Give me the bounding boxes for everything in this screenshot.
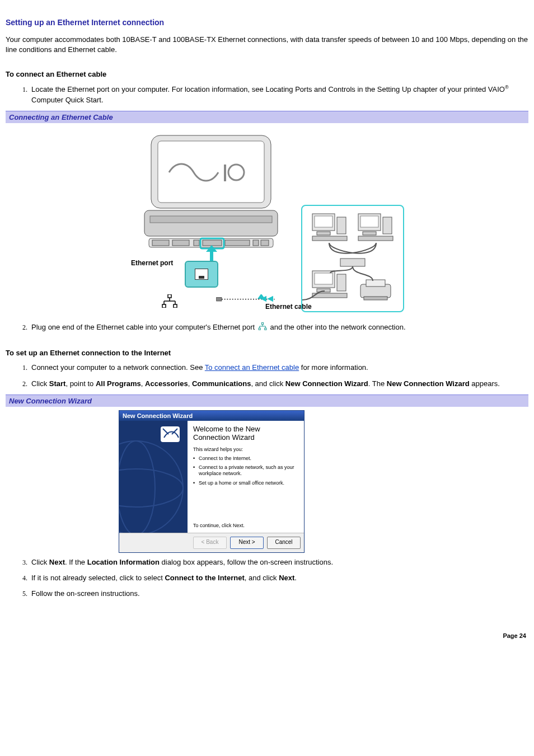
wizard-helps-text: This wizard helps you: xyxy=(193,447,298,452)
svg-rect-4 xyxy=(144,210,278,236)
step-text: . If the xyxy=(65,558,87,566)
svg-rect-25 xyxy=(315,216,332,227)
step-text: , xyxy=(141,379,145,388)
svg-rect-9 xyxy=(194,240,199,246)
wizard-titlebar: New Connection Wizard xyxy=(119,411,304,421)
svg-rect-13 xyxy=(261,240,269,246)
svg-rect-8 xyxy=(172,240,189,246)
svg-rect-26 xyxy=(317,232,330,235)
laptop-illustration xyxy=(135,132,287,261)
svg-rect-36 xyxy=(315,273,332,284)
step-plug-cable: Plug one end of the Ethernet cable into … xyxy=(29,322,528,334)
subhead-setup-connection: To set up an Ethernet connection to the … xyxy=(6,349,528,357)
svg-rect-27 xyxy=(337,217,346,234)
step-text: Computer Quick Start. xyxy=(31,96,104,104)
step-connect-network: Connect your computer to a network conne… xyxy=(29,363,528,373)
wizard-next-button: Next > xyxy=(230,537,264,549)
ui-connect-to-internet: Connect to the Internet xyxy=(165,574,244,582)
link-connect-ethernet-cable[interactable]: To connect an Ethernet cable xyxy=(205,363,299,372)
step-select-connect-internet: If it is not already selected, click to … xyxy=(29,573,528,583)
step-text: , and click xyxy=(245,574,279,582)
svg-rect-34 xyxy=(340,259,365,266)
figure-wrap: Ethernet port xyxy=(6,126,528,317)
figure-wrap: New Connection Wizard Welcome xyxy=(6,410,528,553)
svg-rect-48 xyxy=(259,328,260,330)
ui-start: Start xyxy=(49,379,66,388)
wizard-bullet: Connect to a private network, such as yo… xyxy=(193,464,298,477)
steps-connect-cable-cont: Plug one end of the Ethernet cable into … xyxy=(6,322,528,334)
svg-rect-28 xyxy=(312,236,347,241)
svg-rect-32 xyxy=(383,217,392,234)
step-text: If it is not already selected, click to … xyxy=(31,574,165,582)
page-number: Page 24 xyxy=(6,632,528,639)
steps-connect-cable: Locate the Ethernet port on your compute… xyxy=(6,84,528,105)
wizard-back-button: < Back xyxy=(193,537,227,549)
svg-rect-21 xyxy=(174,304,177,308)
step-text: . The xyxy=(368,379,387,388)
steps-setup-connection-cont: Click Next. If the Location Information … xyxy=(6,557,528,599)
label-ethernet-port: Ethernet port xyxy=(131,260,176,267)
step-text: , and click xyxy=(251,379,285,388)
step-open-wizard: Click Start, point to All Programs, Acce… xyxy=(29,379,528,389)
wizard-bullet: Set up a home or small office network. xyxy=(193,480,298,486)
svg-rect-43 xyxy=(261,322,263,324)
svg-rect-11 xyxy=(225,240,250,246)
ui-next: Next xyxy=(279,574,294,582)
wizard-cancel-button: Cancel xyxy=(267,537,301,549)
svg-rect-15 xyxy=(168,294,171,298)
svg-rect-31 xyxy=(363,232,376,235)
svg-rect-10 xyxy=(203,240,222,246)
wizard-window-illustration: New Connection Wizard Welcome xyxy=(119,410,305,553)
svg-rect-42 xyxy=(364,297,387,300)
step-text: appears. xyxy=(470,379,500,388)
network-icon xyxy=(258,322,267,334)
svg-rect-1 xyxy=(158,141,264,203)
network-panel-illustration xyxy=(301,205,404,312)
svg-rect-5 xyxy=(150,216,272,223)
step-text: Locate the Ethernet port on your compute… xyxy=(31,85,505,93)
svg-rect-41 xyxy=(366,280,385,287)
wizard-continue-text: To continue, click Next. xyxy=(193,523,245,528)
wizard-bullet: Connect to the Internet. xyxy=(193,456,298,462)
ethernet-port-zoom xyxy=(185,261,218,288)
step-text: Click xyxy=(31,558,49,566)
ui-location-information: Location Information xyxy=(87,558,160,566)
ui-new-connection-wizard: New Connection Wizard xyxy=(285,379,368,388)
step-text: Plug one end of the Ethernet cable into … xyxy=(31,323,257,331)
step-follow-instructions: Follow the on-screen instructions. xyxy=(29,589,528,599)
step-text: Connect your computer to a network conne… xyxy=(31,363,205,372)
svg-rect-2 xyxy=(224,165,226,181)
wizard-side-graphic xyxy=(119,421,188,533)
svg-rect-37 xyxy=(317,289,330,292)
wizard-main-panel: Welcome to the New Connection Wizard Thi… xyxy=(188,421,304,533)
figure-ethernet-cable: Ethernet port xyxy=(130,126,404,317)
registered-mark: ® xyxy=(505,84,509,90)
svg-rect-7 xyxy=(152,240,169,246)
ui-communications: Communications xyxy=(192,379,251,388)
step-text: , point to xyxy=(65,379,95,388)
wizard-footer: < Back Next > Cancel xyxy=(119,533,304,552)
svg-rect-22 xyxy=(217,297,222,301)
step-click-next: Click Next. If the Location Information … xyxy=(29,557,528,567)
network-icon xyxy=(161,294,178,311)
ui-all-programs: All Programs xyxy=(96,379,141,388)
intro-text: Your computer accommodates both 10BASE-T… xyxy=(6,35,528,54)
svg-rect-33 xyxy=(358,236,393,241)
step-text: for more information. xyxy=(299,363,368,372)
caption-new-connection-wizard: New Connection Wizard xyxy=(6,395,528,407)
svg-rect-30 xyxy=(360,216,378,227)
ui-new-connection-wizard: New Connection Wizard xyxy=(387,379,470,388)
steps-setup-connection: Connect your computer to a network conne… xyxy=(6,363,528,388)
wizard-welcome-text: Welcome to the New Connection Wizard xyxy=(193,425,298,442)
step-text: . xyxy=(294,574,297,582)
ui-next: Next xyxy=(49,558,65,566)
page-title: Setting up an Ethernet Internet connecti… xyxy=(6,18,528,27)
svg-rect-38 xyxy=(337,274,346,291)
svg-rect-20 xyxy=(162,304,166,308)
caption-connecting-cable: Connecting an Ethernet Cable xyxy=(6,111,528,123)
step-text: and the other into the network connectio… xyxy=(270,323,405,331)
svg-rect-39 xyxy=(312,293,347,298)
ui-accessories: Accessories xyxy=(145,379,188,388)
step-text: dialog box appears, follow the on-screen… xyxy=(160,558,333,566)
step-text: , xyxy=(188,379,192,388)
